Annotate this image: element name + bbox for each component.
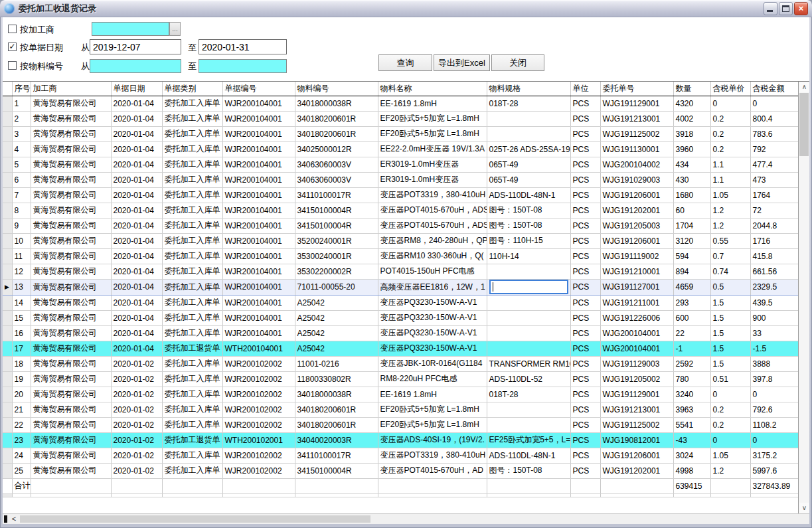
row-selector[interactable] <box>3 264 12 279</box>
cell-price[interactable]: 1.1 <box>710 172 750 187</box>
cell-date[interactable]: 2020-01-04 <box>111 141 162 157</box>
cell-material_name[interactable]: 变压器POT3319，380-410uH <box>378 448 487 463</box>
cell-processor[interactable]: 黄海贸易有限公司 <box>31 463 111 478</box>
cell-qty[interactable]: 3918 <box>673 126 710 141</box>
column-header[interactable]: 含税单价 <box>710 82 750 96</box>
cell-material_name[interactable]: 变压器RM10 330-360uH，Q( <box>378 248 487 264</box>
row-selector[interactable] <box>3 157 12 172</box>
cell-qty[interactable]: 5541 <box>673 417 710 432</box>
cell-spec[interactable]: 110H-14 <box>487 248 570 264</box>
column-header[interactable]: 单据日期 <box>111 82 162 96</box>
cell-no[interactable]: 19 <box>12 371 31 387</box>
cell-amount[interactable]: 3175.2 <box>750 448 798 463</box>
cell-order_no[interactable]: WJG200104001 <box>600 325 673 341</box>
cell-spec[interactable]: 065T-49 <box>487 157 570 172</box>
cell-type[interactable]: 委托加工入库单 <box>162 203 222 218</box>
cell-material_no[interactable]: 34150100004R <box>295 203 378 218</box>
cell-type[interactable]: 委托加工退货单 <box>162 432 222 448</box>
cell-type[interactable]: 委托加工入库单 <box>162 448 222 463</box>
cell-order_no[interactable]: WJG191129003 <box>600 356 673 371</box>
cell-material_name[interactable]: 变压器POT4015-670uH，ADS <box>378 203 487 218</box>
cell-spec[interactable]: ADS-110DL-48N-1 <box>487 187 570 203</box>
cell-price[interactable]: 0.51 <box>710 371 750 387</box>
cell-unit[interactable]: PCS <box>570 295 600 310</box>
cell-order_no[interactable]: WJG191125002 <box>600 417 673 432</box>
row-selector[interactable] <box>3 248 12 264</box>
cell-date[interactable]: 2020-01-02 <box>111 356 162 371</box>
cell-material_name[interactable]: 变压器RM8，240-280uH，QP <box>378 233 487 248</box>
cell-doc_no[interactable]: WJR200104001 <box>222 310 295 325</box>
scroll-up-arrow-icon[interactable]: ∧ <box>799 82 809 92</box>
row-selector[interactable] <box>3 432 12 448</box>
cell-material_no[interactable]: 34110100017R <box>295 187 378 203</box>
vertical-scroll-thumb[interactable] <box>799 93 809 156</box>
cell-doc_no[interactable]: WJR200104001 <box>222 111 295 126</box>
cell-material_name[interactable]: 变压器ADS-40SI-19，(19V/2. <box>378 432 487 448</box>
cell-unit[interactable]: PCS <box>570 264 600 279</box>
cell-order_no[interactable]: WJG191213001 <box>600 111 673 126</box>
cell-no[interactable]: 3 <box>12 126 31 141</box>
cell-price[interactable]: 0 <box>710 432 750 448</box>
cell-type[interactable]: 委托加工入库单 <box>162 356 222 371</box>
material-from-input[interactable] <box>90 59 181 73</box>
cell-material_name[interactable]: 变压器JBK-10R-0164(G1184 <box>378 356 487 371</box>
date-to-input[interactable] <box>199 39 287 54</box>
cell-spec[interactable] <box>487 402 570 417</box>
cell-unit[interactable]: PCS <box>570 279 600 295</box>
cell-order_no[interactable]: WJG191205002 <box>600 371 673 387</box>
cell-type[interactable]: 委托加工退货单 <box>162 341 222 356</box>
cell-processor[interactable]: 黄海贸易有限公司 <box>31 402 111 417</box>
cell-spec[interactable] <box>487 417 570 432</box>
cell-qty[interactable]: 4998 <box>673 463 710 478</box>
cell-no[interactable]: 15 <box>12 310 31 325</box>
cell-unit[interactable]: PCS <box>570 157 600 172</box>
cell-order_no[interactable]: WJG191119002 <box>600 248 673 264</box>
cell-price[interactable]: 0.2 <box>710 141 750 157</box>
row-selector[interactable] <box>3 448 12 463</box>
cell-material_name[interactable]: EE-1619 1.8mH <box>378 96 487 111</box>
cell-processor[interactable]: 黄海贸易有限公司 <box>31 432 111 448</box>
cell-material_name[interactable]: 变压器POT3319，380-410uH <box>378 187 487 203</box>
cell-doc_no[interactable]: WJR200102002 <box>222 371 295 387</box>
cell-no[interactable]: 6 <box>12 172 31 187</box>
cell-type[interactable]: 委托加工入库单 <box>162 417 222 432</box>
column-header[interactable]: 物料编号 <box>295 82 378 96</box>
cell-unit[interactable]: PCS <box>570 341 600 356</box>
cell-order_no[interactable]: WJG191125002 <box>600 126 673 141</box>
cell-doc_no[interactable]: WJR200104001 <box>222 295 295 310</box>
cell-material_no[interactable]: 35300240001R <box>295 248 378 264</box>
row-selector[interactable] <box>3 325 12 341</box>
cell-material_name[interactable]: 高频变压器EE1816，12W，1 <box>378 279 487 295</box>
cell-amount[interactable]: 33 <box>750 325 798 341</box>
processor-browse-button[interactable]: ... <box>169 22 181 36</box>
cell-processor[interactable]: 黄海贸易有限公司 <box>31 172 111 187</box>
cell-type[interactable]: 委托加工入库单 <box>162 371 222 387</box>
row-selector[interactable] <box>3 295 12 310</box>
cell-qty[interactable]: 600 <box>673 310 710 325</box>
cell-unit[interactable]: PCS <box>570 417 600 432</box>
cell-material_name[interactable]: EF20卧式5+5加宽 L=1.8mH <box>378 417 487 432</box>
cell-price[interactable]: 1.05 <box>710 187 750 203</box>
cell-spec[interactable]: ADS-110DL-48N-1 <box>487 448 570 463</box>
row-selector[interactable] <box>3 187 12 203</box>
cell-price[interactable]: 1.2 <box>710 218 750 233</box>
cell-spec[interactable]: 065T-49 <box>487 172 570 187</box>
cell-qty[interactable]: 60 <box>673 203 710 218</box>
cell-qty[interactable]: 293 <box>673 295 710 310</box>
cell-unit[interactable]: PCS <box>570 187 600 203</box>
cell-doc_no[interactable]: WJR200102002 <box>222 356 295 371</box>
cell-price[interactable]: 1.5 <box>710 295 750 310</box>
column-header[interactable]: 加工商 <box>31 82 111 96</box>
cell-unit[interactable]: PCS <box>570 402 600 417</box>
cell-qty[interactable]: 430 <box>673 172 710 187</box>
cell-spec[interactable]: 图号：150T-08 <box>487 218 570 233</box>
cell-material_no[interactable]: 34110100017R <box>295 448 378 463</box>
cell-order_no[interactable]: WJG191213001 <box>600 402 673 417</box>
cell-amount[interactable]: 0 <box>750 432 798 448</box>
cell-order_no[interactable]: WJG190812001 <box>600 432 673 448</box>
column-header[interactable]: 含税金额 <box>750 82 798 96</box>
cell-processor[interactable]: 黄海贸易有限公司 <box>31 126 111 141</box>
cell-price[interactable]: 0 <box>710 387 750 402</box>
cell-material_no[interactable]: 34018000038R <box>295 96 378 111</box>
cell-unit[interactable]: PCS <box>570 203 600 218</box>
